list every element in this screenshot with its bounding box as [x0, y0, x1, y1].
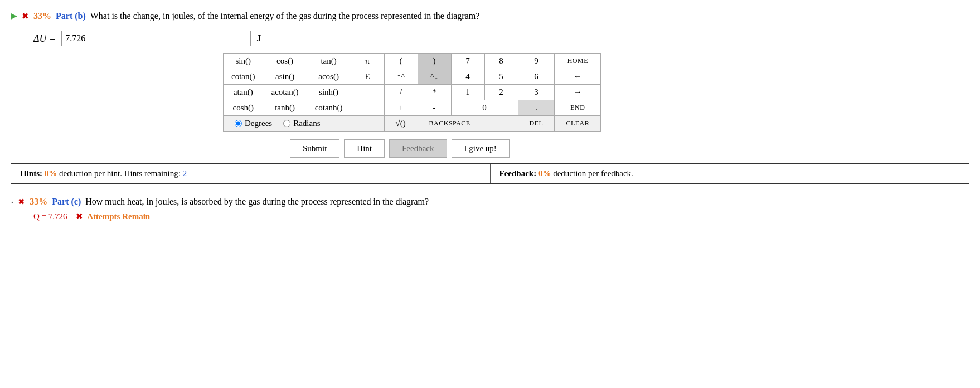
feedback-prefix: Feedback:: [499, 169, 537, 178]
feedback-section: Feedback: 0% deduction per feedback.: [491, 164, 969, 183]
key-sin[interactable]: sin(): [224, 54, 263, 69]
key-up-arrow[interactable]: ↑^: [384, 69, 418, 85]
key-plus[interactable]: +: [384, 100, 418, 116]
key-2[interactable]: 2: [484, 85, 518, 100]
submit-button[interactable]: Submit: [290, 139, 339, 158]
answer-input[interactable]: [61, 31, 251, 46]
key-empty-deg: [351, 116, 384, 132]
key-7[interactable]: 7: [451, 54, 484, 69]
key-tanh[interactable]: tanh(): [263, 100, 307, 116]
feedback-suffix: deduction per feedback.: [553, 169, 633, 178]
key-4[interactable]: 4: [451, 69, 484, 85]
key-e[interactable]: E: [351, 69, 384, 85]
hints-prefix: Hints:: [20, 169, 42, 178]
key-3[interactable]: 3: [518, 85, 555, 100]
key-close-paren[interactable]: ): [418, 54, 451, 69]
part-b-arrow-icon: ▶: [11, 11, 17, 21]
key-sqrt[interactable]: √(): [384, 116, 418, 132]
key-cotan[interactable]: cotan(): [224, 69, 263, 85]
key-1[interactable]: 1: [451, 85, 484, 100]
part-c-wrapper: ▪ ✖ 33% Part (c) How much heat, in joule…: [11, 187, 969, 221]
keypad-row-3: atan() acotan() sinh() / * 1 2 3 →: [224, 85, 601, 100]
hints-percent: 0%: [45, 169, 57, 178]
part-c-label: Part (c): [52, 197, 81, 207]
unit-label: J: [256, 33, 261, 43]
action-buttons: Submit Hint Feedback I give up!: [290, 139, 969, 158]
key-clear[interactable]: CLEAR: [555, 116, 601, 132]
delta-u-label: ΔU =: [33, 33, 56, 45]
part-c-details: Q = 7.726 ✖ Attempts Remain: [33, 211, 969, 221]
degrees-label: Degrees: [245, 119, 272, 128]
key-sinh[interactable]: sinh(): [307, 85, 351, 100]
part-c-attempts-icon: ✖: [76, 212, 83, 221]
key-home[interactable]: HOME: [555, 54, 601, 69]
igiveup-button[interactable]: I give up!: [452, 139, 510, 158]
key-tan[interactable]: tan(): [307, 54, 351, 69]
part-b-question: What is the change, in joules, of the in…: [90, 11, 480, 21]
keypad-row-degrees: Degrees Radians √() BACKSPACE DEL CLEAR: [224, 116, 601, 132]
part-c-question: How much heat, in joules, is absorbed by…: [85, 197, 429, 207]
keypad-row-2: cotan() asin() acos() E ↑^ ^↓ 4 5 6 ←: [224, 69, 601, 85]
radians-radio[interactable]: [283, 120, 290, 127]
key-divide[interactable]: /: [384, 85, 418, 100]
radians-radio-label[interactable]: Radians: [283, 119, 320, 128]
key-pi[interactable]: π: [351, 54, 384, 69]
key-open-paren[interactable]: (: [384, 54, 418, 69]
radio-group: Degrees Radians: [235, 119, 339, 128]
hints-section: Hints: 0% deduction per hint. Hints rema…: [11, 164, 491, 183]
key-empty-1: [351, 85, 384, 100]
key-5[interactable]: 5: [484, 69, 518, 85]
key-cos[interactable]: cos(): [263, 54, 307, 69]
page: ▶ ✖ 33% Part (b) What is the change, in …: [0, 0, 980, 388]
keypad-container: sin() cos() tan() π ( ) 7 8 9 HOME cotan…: [223, 53, 969, 132]
part-b-x-icon: ✖: [22, 11, 29, 21]
key-6[interactable]: 6: [518, 69, 555, 85]
key-asin[interactable]: asin(): [263, 69, 307, 85]
key-0[interactable]: 0: [451, 100, 518, 116]
key-end[interactable]: END: [555, 100, 601, 116]
part-c-section: ▪ ✖ 33% Part (c) How much heat, in joule…: [11, 192, 969, 209]
key-dot[interactable]: .: [518, 100, 555, 116]
key-acotan[interactable]: acotan(): [263, 85, 307, 100]
degrees-radio[interactable]: [235, 120, 242, 127]
part-b-percent: 33%: [33, 11, 51, 21]
key-9[interactable]: 9: [518, 54, 555, 69]
answer-row: ΔU = J: [33, 31, 969, 46]
key-8[interactable]: 8: [484, 54, 518, 69]
key-atan[interactable]: atan(): [224, 85, 263, 100]
key-cotanh[interactable]: cotanh(): [307, 100, 351, 116]
part-c-percent: 33%: [30, 197, 47, 207]
part-c-q-value: Q = 7.726: [33, 212, 67, 221]
feedback-percent: 0%: [538, 169, 551, 178]
key-multiply[interactable]: *: [418, 85, 451, 100]
key-down-arrow[interactable]: ^↓: [418, 69, 451, 85]
key-acos[interactable]: acos(): [307, 69, 351, 85]
feedback-button[interactable]: Feedback: [389, 139, 447, 158]
degrees-radians-cell: Degrees Radians: [224, 116, 351, 132]
hints-feedback-bar: Hints: 0% deduction per hint. Hints rema…: [11, 163, 969, 184]
key-left-arrow[interactable]: ←: [555, 69, 601, 85]
keypad-table: sin() cos() tan() π ( ) 7 8 9 HOME cotan…: [223, 53, 601, 132]
part-c-attempts-label: Attempts Remain: [87, 212, 150, 221]
key-minus[interactable]: -: [418, 100, 451, 116]
part-b-label: Part (b): [56, 11, 86, 21]
key-cosh[interactable]: cosh(): [224, 100, 263, 116]
part-b-section: ▶ ✖ 33% Part (b) What is the change, in …: [11, 6, 969, 24]
key-right-arrow[interactable]: →: [555, 85, 601, 100]
degrees-radio-label[interactable]: Degrees: [235, 119, 272, 128]
part-c-x-icon: ✖: [18, 197, 25, 207]
part-c-square-icon: ▪: [11, 198, 13, 207]
key-empty-2: [351, 100, 384, 116]
hints-middle: deduction per hint. Hints remaining:: [59, 169, 181, 178]
keypad-row-1: sin() cos() tan() π ( ) 7 8 9 HOME: [224, 54, 601, 69]
hints-remaining-link[interactable]: 2: [183, 169, 187, 178]
key-backspace[interactable]: BACKSPACE: [418, 116, 518, 132]
key-del[interactable]: DEL: [518, 116, 555, 132]
radians-label: Radians: [293, 119, 320, 128]
keypad-row-4: cosh() tanh() cotanh() + - 0 . END: [224, 100, 601, 116]
hint-button[interactable]: Hint: [344, 139, 385, 158]
